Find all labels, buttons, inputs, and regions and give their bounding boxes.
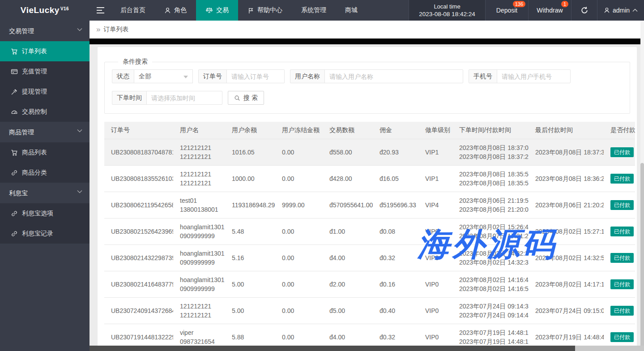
- order-time-line2: 2023年08月06日 21:20:02: [459, 205, 525, 214]
- order-time-line1: 2023年07月19日 14:48:13: [459, 328, 525, 337]
- cell-amount: đ428.00: [323, 166, 373, 192]
- column-header-level: 做单级别: [418, 122, 452, 139]
- sidebar-item-trade-control[interactable]: 交易控制: [0, 102, 90, 122]
- vertical-scrollbar-thumb[interactable]: [640, 163, 644, 351]
- table-row[interactable]: UB2308062119542658 test01 13800138001 11…: [104, 192, 635, 218]
- table-row[interactable]: UB2308081837048781 121212121 121212121 1…: [104, 139, 635, 166]
- nav-item-dashboard[interactable]: 后台首页: [111, 0, 155, 21]
- nav-item-roles[interactable]: 角色: [155, 0, 196, 21]
- refresh-button[interactable]: [571, 0, 597, 21]
- table-row[interactable]: UB2308021432298739 hoanglamit1301 090999…: [104, 245, 635, 271]
- horizontal-scrollbar-thumb[interactable]: [90, 346, 575, 351]
- deposit-button[interactable]: Deposit 136: [486, 0, 529, 21]
- order-time-line1: 2023年08月08日 18:37:04: [459, 143, 525, 152]
- brand-logo: VieLuckyV16: [0, 0, 90, 21]
- menu-collapse-icon[interactable]: [90, 0, 111, 21]
- username-line1: 121212121: [180, 143, 222, 152]
- cell-amount: đ570955641.00: [323, 192, 373, 218]
- cell-last-pay-time: 2023年08月02日 14:32:59: [529, 245, 604, 271]
- cell-paid-status: 已付款: [604, 139, 635, 166]
- cart-icon: [11, 149, 18, 156]
- admin-username: admin: [613, 7, 630, 14]
- order-list-card: 条件搜索 状态 全部 订单号: [98, 47, 637, 351]
- order-no-field-group: 订单号: [198, 69, 285, 83]
- nav-item-help-center[interactable]: 帮助中心: [238, 0, 292, 21]
- sidebar-group-label: 利息宝: [9, 189, 28, 197]
- order-time-input[interactable]: [146, 91, 222, 105]
- column-header-balance: 用户余额: [225, 122, 275, 139]
- cell-username: hoanglamit1301 0909999999: [173, 271, 225, 298]
- caret-down-icon: [183, 76, 188, 78]
- horizontal-scrollbar[interactable]: [90, 346, 644, 351]
- cell-order-no: UB2307240914372684: [104, 298, 173, 324]
- admin-menu[interactable]: admin: [597, 0, 644, 21]
- sidebar-group-goods-children: 商品列表 商品分类: [0, 142, 90, 183]
- phone-field-group: 手机号: [469, 69, 571, 83]
- cell-frozen: 9999.00: [275, 192, 323, 218]
- sidebar-item-withdraw-mgmt[interactable]: 提现管理: [0, 81, 90, 102]
- cell-commission: đ0.16: [373, 271, 418, 298]
- table-row[interactable]: UB2307240914372684 121212121 121212121 5…: [104, 298, 635, 324]
- flag-icon: [247, 7, 254, 14]
- user-icon: [164, 7, 171, 14]
- withdraw-button[interactable]: Withdraw 1: [529, 0, 571, 21]
- order-time-line1: 2023年08月06日 21:19:54: [459, 196, 525, 205]
- sidebar-group-interest-treasure[interactable]: 利息宝: [0, 183, 90, 203]
- username-line1: 121212121: [180, 302, 222, 311]
- cell-frozen: 0.00: [275, 139, 323, 166]
- column-header-paid-status: 是否付款: [604, 122, 635, 139]
- username-input[interactable]: [324, 69, 463, 83]
- status-select[interactable]: 全部: [134, 69, 193, 83]
- cart-icon: [11, 48, 18, 55]
- sidebar-item-goods-list[interactable]: 商品列表: [0, 142, 90, 163]
- username-field-group: 用户名称: [290, 69, 463, 83]
- cell-username: hoanglamit1301 0909999999: [173, 245, 225, 271]
- cell-order-time: 2023年08月02日 14:16:48 2023年08月02日 14:16:5…: [452, 271, 529, 298]
- nav-item-system[interactable]: 系统管理: [292, 0, 336, 21]
- phone-input[interactable]: [497, 69, 571, 83]
- cell-order-time: 2023年08月08日 18:35:52 2023年08月08日 18:35:5…: [452, 166, 529, 192]
- sidebar-item-recharge-mgmt[interactable]: 充值管理: [0, 61, 90, 81]
- sidebar-group-goods-mgmt[interactable]: 商品管理: [0, 122, 90, 142]
- sidebar-item-order-list[interactable]: 订单列表: [0, 41, 90, 61]
- username-line2: 121212121: [180, 152, 222, 161]
- status-field-group: 状态 全部: [112, 69, 193, 83]
- nav-item-trade[interactable]: 交易: [196, 0, 238, 21]
- table-row[interactable]: UB2308021416483779 hoanglamit1301 090999…: [104, 271, 635, 298]
- sidebar-item-interest-options[interactable]: 利息宝选项: [0, 203, 90, 223]
- content-area: 条件搜索 状态 全部 订单号: [90, 44, 644, 351]
- cell-paid-status: 已付款: [604, 192, 635, 218]
- cell-balance: 5.48: [225, 218, 275, 245]
- cell-last-pay-time: 2023年08月02日 14:17:18: [529, 271, 604, 298]
- nav-item-label: 帮助中心: [257, 6, 282, 14]
- scales-icon: [205, 7, 213, 14]
- cell-order-time: 2023年08月02日 15:26:42 2023年08月07日 17:21:2…: [452, 218, 529, 245]
- cell-username: 121212121 121212121: [173, 166, 225, 192]
- username-line1: 121212121: [180, 170, 222, 179]
- withdraw-label: Withdraw: [537, 7, 563, 14]
- column-header-order-time: 下单时间/付款时间: [452, 122, 529, 139]
- search-panel: 条件搜索 状态 全部 订单号: [104, 58, 630, 114]
- search-button-label: 搜 索: [243, 94, 258, 102]
- table-row[interactable]: UB2308081835526103 121212121 121212121 1…: [104, 166, 635, 192]
- nav-item-mall[interactable]: 商城: [336, 0, 367, 21]
- cell-order-no: UB2308062119542658: [104, 192, 173, 218]
- withdraw-count-badge: 1: [561, 1, 568, 7]
- vertical-scrollbar[interactable]: [640, 21, 644, 351]
- table-row[interactable]: UB2308021526423969 hoanglamit1301 090999…: [104, 218, 635, 245]
- sidebar-group-interest-children: 利息宝选项 利息宝记录: [0, 203, 90, 244]
- sidebar-item-goods-category[interactable]: 商品分类: [0, 163, 90, 183]
- sidebar-group-trade-mgmt[interactable]: 交易管理: [0, 21, 90, 41]
- cell-amount: đ1.00: [323, 218, 373, 245]
- cell-frozen: 0.00: [275, 298, 323, 324]
- cell-username: 121212121 121212121: [173, 139, 225, 166]
- column-header-frozen: 用户冻结金额: [275, 122, 323, 139]
- search-button[interactable]: 搜 索: [228, 91, 264, 105]
- order-no-input[interactable]: [226, 69, 285, 83]
- cell-order-no: UB2308021416483779: [104, 271, 173, 298]
- paid-status-badge: 已付款: [610, 174, 634, 184]
- sidebar-item-interest-records[interactable]: 利息宝记录: [0, 223, 90, 244]
- cell-paid-status: 已付款: [604, 218, 635, 245]
- sidebar-group-trade-children: 订单列表 充值管理 提现管理 交易控制: [0, 41, 90, 122]
- username-line1: hoanglamit1301: [180, 223, 222, 231]
